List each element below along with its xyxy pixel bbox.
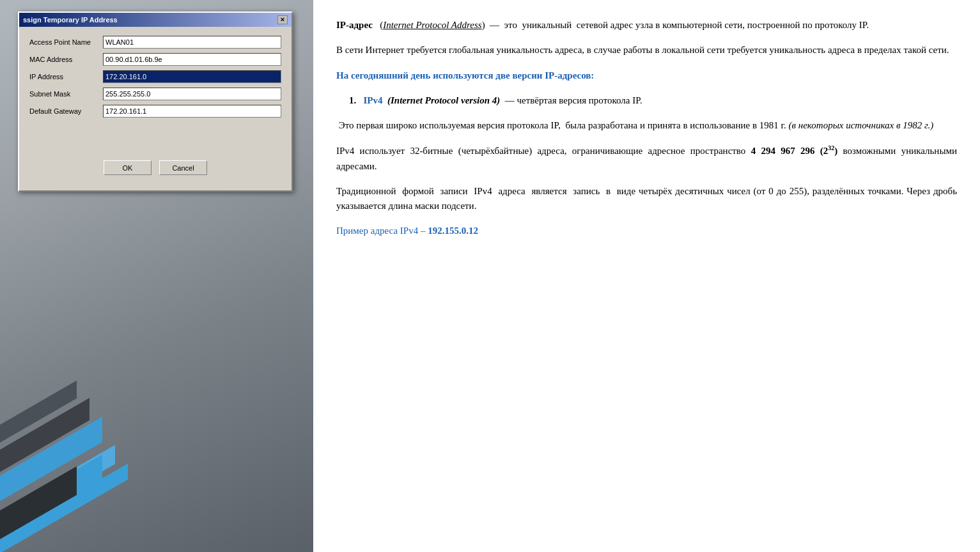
paragraph-1: IP-адрес (Internet Protocol Address) — э… <box>336 18 957 33</box>
access-point-name-label: Access Point Name <box>29 38 103 46</box>
ipv4-history-para: Это первая широко используемая версия пр… <box>336 118 957 133</box>
dialog-title: ssign Temporary IP Address <box>23 16 118 24</box>
ip-address-term: IP-адрес <box>336 20 373 30</box>
dialog-close-button[interactable]: ✕ <box>277 15 288 24</box>
ipv4-heading-para: 1. IPv4 (Internet Protocol version 4) — … <box>336 93 957 108</box>
subnet-mask-label: Subnet Mask <box>29 90 103 98</box>
left-background: ssign Temporary IP Address ✕ Access Poin… <box>0 0 313 552</box>
ipv4-year-note: (в некоторых источниках в 1982 г.) <box>789 120 934 130</box>
ipv4-example-value: 192.155.0.12 <box>428 226 478 236</box>
cancel-button[interactable]: Cancel <box>159 160 207 175</box>
default-gateway-input[interactable] <box>103 105 281 118</box>
default-gateway-label: Default Gateway <box>29 107 103 115</box>
dialog-body: Access Point Name MAC Address IP Address… <box>19 27 292 190</box>
ip-address-full-term: Internet Protocol Address <box>383 20 481 30</box>
assign-ip-dialog: ssign Temporary IP Address ✕ Access Poin… <box>18 12 293 192</box>
blue-heading: На сегодняшний день используются две вер… <box>336 68 957 83</box>
ipv4-number: 1. <box>349 95 364 105</box>
ip-address-label: IP Address <box>29 73 103 80</box>
ipv4-label: IPv4 <box>364 95 383 105</box>
subnet-mask-row: Subnet Mask <box>29 88 281 100</box>
ip-address-row: IP Address <box>29 70 281 83</box>
ipv4-address-count: 4 294 967 296 (232) <box>751 146 838 156</box>
content-text: IP-адрес (Internet Protocol Address) — э… <box>336 18 957 239</box>
ipv4-bits-para: IPv4 использует 32-битные (четырёхбайтны… <box>336 143 957 174</box>
ip-address-input[interactable] <box>103 70 281 83</box>
default-gateway-row: Default Gateway <box>29 105 281 118</box>
right-content-area: IP-адрес (Internet Protocol Address) — э… <box>313 0 980 552</box>
access-point-name-input[interactable] <box>103 36 281 49</box>
mac-address-label: MAC Address <box>29 56 103 63</box>
paragraph-2: В сети Интернет требуется глобальная уни… <box>336 43 957 57</box>
dialog-buttons: OK Cancel <box>29 160 281 184</box>
dialog-spacer <box>29 122 281 160</box>
mac-address-input[interactable] <box>103 53 281 66</box>
mac-address-row: MAC Address <box>29 53 281 66</box>
subnet-mask-input[interactable] <box>103 88 281 100</box>
ok-button[interactable]: OK <box>104 160 152 175</box>
ipv4-example-text: Пример адреса IPv4 – 192.155.0.12 <box>336 226 478 236</box>
access-point-name-row: Access Point Name <box>29 36 281 49</box>
ipv4-format-para: Традиционной формой записи IPv4 адреса я… <box>336 184 957 214</box>
dialog-titlebar: ssign Temporary IP Address ✕ <box>19 13 292 27</box>
ipv4-full-name: (Internet Protocol version 4) <box>387 95 500 105</box>
ipv4-example-para: Пример адреса IPv4 – 192.155.0.12 <box>336 224 957 238</box>
